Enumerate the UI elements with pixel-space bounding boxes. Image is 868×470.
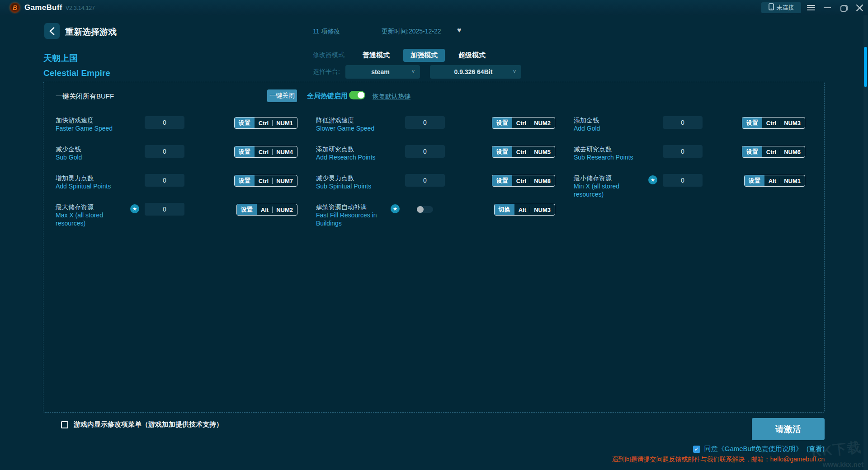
hotkey-button[interactable]: 设置CtrlNUM8: [492, 175, 555, 187]
ingame-menu-row: 游戏内显示修改项菜单（游戏加加提供技术支持）: [61, 420, 223, 429]
hotkey-divider: [530, 120, 530, 126]
cheat-value-input[interactable]: 0: [145, 174, 184, 187]
ingame-menu-checkbox[interactable]: [61, 421, 68, 428]
star-icon: ★: [648, 175, 657, 184]
cheat-label-en: Sub Gold: [56, 153, 130, 161]
cheat-label-en: Sub Research Points: [574, 153, 648, 161]
cheat-label: 增加灵力点数Add Spiritual Points: [56, 174, 130, 190]
cheat-label-cn: 最小储存资源: [574, 174, 648, 182]
cheat-label-cn: 加快游戏速度: [56, 116, 130, 124]
agreement-row: ✓ 同意《GameBuff免责使用说明》 (查看): [693, 445, 825, 453]
hotkey-button[interactable]: 设置CtrlNUM1: [234, 117, 297, 129]
hotkey-modifier: Ctrl: [259, 120, 269, 127]
hotkey-keys: CtrlNUM4: [255, 146, 297, 157]
platform-select[interactable]: steam ˅: [345, 65, 420, 79]
star-slot: [648, 116, 663, 118]
hotkey-action-label: 设置: [742, 118, 762, 128]
mode-tab-3[interactable]: 超级模式: [451, 49, 493, 62]
phone-icon: [769, 3, 774, 12]
cheat-label-en: Slower Game Speed: [316, 124, 391, 132]
cheat-value-input[interactable]: 0: [405, 145, 445, 158]
hotkey-divider: [272, 149, 273, 155]
star-slot: ★: [391, 202, 405, 213]
hotkey-keys: CtrlNUM8: [512, 175, 555, 186]
close-all-label: 一键关闭所有BUFF: [56, 92, 114, 101]
heart-icon[interactable]: ♥: [457, 26, 462, 34]
mode-tab-2[interactable]: 加强模式: [403, 49, 445, 62]
cheat-label: 最小储存资源Min X (all stored resources): [574, 174, 648, 198]
hotkey-key: NUM7: [276, 178, 293, 184]
global-hotkey-label: 全局热键启用: [307, 92, 348, 100]
maximize-icon[interactable]: [837, 0, 851, 15]
cheat-value-input[interactable]: 0: [145, 116, 184, 129]
global-hotkey-toggle[interactable]: [349, 91, 365, 99]
game-version-select[interactable]: 0.9.326 64Bit ˅: [430, 65, 521, 79]
cheats-panel: 一键关闭所有BUFF 一键关闭 全局热键启用 恢复默认热键 加快游戏速度Fast…: [43, 82, 825, 413]
cheat-value-input[interactable]: 0: [663, 116, 703, 129]
star-icon: ★: [130, 204, 139, 213]
cheat-label: 建筑资源自动补满Fast Fill Resources in Buildings: [316, 202, 391, 227]
activate-button[interactable]: 请激活: [752, 418, 825, 440]
hotkey-keys: CtrlNUM6: [762, 146, 805, 157]
hotkey-action-label: 设置: [237, 204, 257, 215]
cheat-label-cn: 添加研究点数: [316, 145, 391, 153]
gamebuff-logo-icon: B: [10, 3, 20, 13]
close-icon[interactable]: [853, 0, 866, 15]
platform-value: steam: [345, 68, 406, 75]
connection-status-label: 未连接: [777, 4, 794, 12]
cheat-label-en: Sub Spiritual Points: [316, 182, 391, 190]
mode-tabs: 普通模式加强模式超级模式: [355, 49, 499, 62]
menu-icon[interactable]: [804, 0, 818, 15]
hotkey-modifier: Ctrl: [516, 149, 526, 155]
back-button[interactable]: [44, 23, 60, 39]
hotkey-button[interactable]: 设置CtrlNUM2: [492, 117, 555, 129]
hotkey-button[interactable]: 设置CtrlNUM3: [742, 117, 805, 129]
agreement-text: 同意《GameBuff免责使用说明》: [704, 445, 802, 453]
cheat-item: 降低游戏速度Slower Game Speed0设置CtrlNUM2: [304, 114, 561, 143]
cheat-value-slot: 0: [145, 145, 184, 158]
cheats-grid: 加快游戏速度Faster Game Speed0设置CtrlNUM1降低游戏速度…: [43, 114, 824, 230]
chevron-left-icon: [49, 27, 55, 35]
star-slot: [130, 174, 145, 175]
hotkey-button[interactable]: 设置CtrlNUM7: [234, 175, 297, 187]
cheat-value-input[interactable]: 0: [663, 174, 703, 187]
cheat-item: 添加研究点数Add Research Points0设置CtrlNUM5: [304, 143, 561, 172]
star-slot: ★: [648, 174, 663, 184]
restore-default-hotkeys-link[interactable]: 恢复默认热键: [373, 93, 410, 101]
chevron-down-icon: ˅: [406, 69, 420, 75]
hotkey-key: NUM1: [784, 178, 801, 184]
platform-label: 选择平台:: [313, 68, 340, 76]
mode-tab-1[interactable]: 普通模式: [355, 49, 397, 62]
minimize-icon[interactable]: [821, 0, 834, 15]
agreement-checkbox[interactable]: ✓: [693, 446, 700, 453]
cheat-value-input[interactable]: 0: [145, 145, 184, 158]
cheat-value-input[interactable]: 0: [663, 145, 703, 158]
hotkey-key: NUM3: [534, 207, 551, 213]
cheat-label-en: Add Research Points: [316, 153, 391, 161]
hotkey-button[interactable]: 设置CtrlNUM5: [492, 146, 555, 158]
cheat-label-cn: 减少灵力点数: [316, 174, 391, 182]
cheat-value-input[interactable]: 0: [145, 203, 184, 216]
cheat-label-en: Max X (all stored resources): [56, 211, 130, 227]
hotkey-button[interactable]: 切换AltNUM3: [494, 204, 555, 216]
hotkey-button[interactable]: 设置CtrlNUM6: [742, 146, 805, 158]
toggle-knob: [417, 206, 424, 213]
connection-status-badge[interactable]: 未连接: [761, 2, 801, 13]
cheat-value-input[interactable]: 0: [405, 116, 445, 129]
scrollbar-thumb[interactable]: [864, 47, 867, 87]
cheat-item: 最小储存资源Min X (all stored resources)★0设置Al…: [561, 172, 824, 201]
cheat-item: 加快游戏速度Faster Game Speed0设置CtrlNUM1: [43, 114, 304, 143]
hotkey-button[interactable]: 设置AltNUM1: [744, 175, 805, 187]
cheat-label-cn: 减去研究点数: [574, 145, 648, 153]
cheat-label-cn: 最大储存资源: [56, 203, 130, 211]
cheat-value-input[interactable]: 0: [405, 174, 445, 187]
cheat-label: 降低游戏速度Slower Game Speed: [316, 116, 391, 132]
hotkey-button[interactable]: 设置AltNUM2: [236, 204, 297, 216]
close-all-button[interactable]: 一键关闭: [267, 89, 297, 102]
hotkey-button[interactable]: 设置CtrlNUM4: [234, 146, 297, 158]
hotkey-divider: [530, 207, 530, 213]
cheat-value-slot: 0: [145, 174, 184, 187]
cheat-toggle[interactable]: [417, 206, 433, 213]
hotkey-keys: CtrlNUM7: [255, 175, 297, 186]
cheat-item: 最大储存资源Max X (all stored resources)★0设置Al…: [43, 201, 304, 230]
